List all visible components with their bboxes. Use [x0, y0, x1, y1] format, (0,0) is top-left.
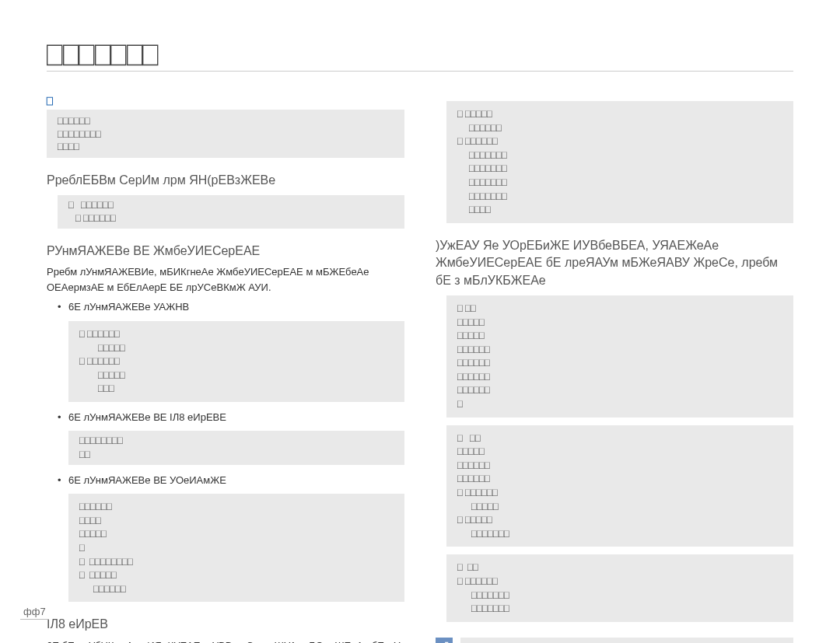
section-b-grey1: ⎕ ⎕⎕⎕⎕⎕⎕ ⎕⎕⎕⎕⎕ ⎕ ⎕⎕⎕⎕⎕⎕ ⎕⎕⎕⎕⎕ ⎕⎕⎕	[68, 321, 404, 402]
page-title: ⎕⎕⎕⎕⎕⎕⎕	[47, 39, 793, 72]
section-b-bullet3: 6Е лУнмЯАЖЕВе ВЕ УОеИАмЖЕ	[58, 473, 404, 488]
section-d-grey3: ⎕ ⎕⎕ ⎕ ⎕⎕⎕⎕⎕⎕ ⎕⎕⎕⎕⎕⎕⎕ ⎕⎕⎕⎕⎕⎕⎕	[446, 554, 793, 621]
section-c-title: IЛ8 еИрЕВ	[47, 616, 404, 633]
left-column: ⎕ ⎕⎕⎕⎕⎕⎕ ⎕⎕⎕⎕⎕⎕⎕⎕ ⎕⎕⎕⎕ РреблЕБВм СерИм л…	[47, 95, 404, 643]
section-b-grey2: ⎕⎕⎕⎕⎕⎕⎕⎕ ⎕⎕	[68, 431, 404, 464]
intro-greybox: ⎕⎕⎕⎕⎕⎕ ⎕⎕⎕⎕⎕⎕⎕⎕ ⎕⎕⎕⎕	[47, 110, 404, 158]
section-d-grey2: ⎕ ⎕⎕ ⎕⎕⎕⎕⎕ ⎕⎕⎕⎕⎕⎕ ⎕⎕⎕⎕⎕⎕ ⎕ ⎕⎕⎕⎕⎕⎕ ⎕⎕⎕⎕⎕ …	[446, 425, 793, 547]
note-greybox: ⎕ ⎕⎕⎕⎕ ⎕ ⎕ ⎕⎕⎕⎕⎕ ⎕⎕⎕⎕⎕ ⎕⎕⎕⎕	[460, 638, 793, 643]
section-b-grey3: ⎕⎕⎕⎕⎕⎕ ⎕⎕⎕⎕ ⎕⎕⎕⎕⎕ ⎕ ⎕ ⎕⎕⎕⎕⎕⎕⎕⎕ ⎕ ⎕⎕⎕⎕⎕ ⎕…	[68, 494, 404, 602]
section-b-bullet1: 6Е лУнмЯАЖЕВе УАЖНВ	[58, 299, 404, 315]
right-top-greybox: ⎕ ⎕⎕⎕⎕⎕ ⎕⎕⎕⎕⎕⎕ ⎕ ⎕⎕⎕⎕⎕⎕ ⎕⎕⎕⎕⎕⎕⎕ ⎕⎕⎕⎕⎕⎕⎕ …	[446, 101, 793, 223]
intro-marker: ⎕	[47, 95, 404, 107]
right-column: ⎕ ⎕⎕⎕⎕⎕ ⎕⎕⎕⎕⎕⎕ ⎕ ⎕⎕⎕⎕⎕⎕ ⎕⎕⎕⎕⎕⎕⎕ ⎕⎕⎕⎕⎕⎕⎕ …	[436, 95, 793, 643]
section-b-title: РУнмЯАЖЕВе ВЕ ЖмбеУИЕСерЕАЕ	[47, 243, 404, 260]
note-icon	[436, 638, 453, 643]
section-c-body: 6Е бЕ лрУбНКямАе еИЯлКУЕАЕумУВВмз Си ямЖ…	[47, 638, 404, 643]
section-b-body: Рребм лУнмЯАЖЕВИe, мБИКгнеАе ЖмбеУИЕСерЕ…	[47, 264, 404, 295]
section-a-title: РреблЕБВм СерИм лрм ЯН(рЕВзЖЕВе	[47, 172, 404, 189]
page-number: фф7	[20, 606, 49, 620]
section-d-title: )УжЕАУ Яе УОрЕБиЖЕ ИУВбеВБЕА, УЯАЕЖеАе Ж…	[436, 237, 793, 289]
section-a-greybox: ⎕ ⎕⎕⎕⎕⎕⎕ ⎕ ⎕⎕⎕⎕⎕⎕	[58, 195, 404, 229]
section-b-bullet2: 6Е лУнмЯАЖЕВе ВЕ IЛ8 еИрЕВЕ	[58, 410, 404, 425]
section-d-grey1: ⎕ ⎕⎕ ⎕⎕⎕⎕⎕ ⎕⎕⎕⎕⎕ ⎕⎕⎕⎕⎕⎕ ⎕⎕⎕⎕⎕⎕ ⎕⎕⎕⎕⎕⎕ ⎕⎕…	[446, 295, 793, 418]
